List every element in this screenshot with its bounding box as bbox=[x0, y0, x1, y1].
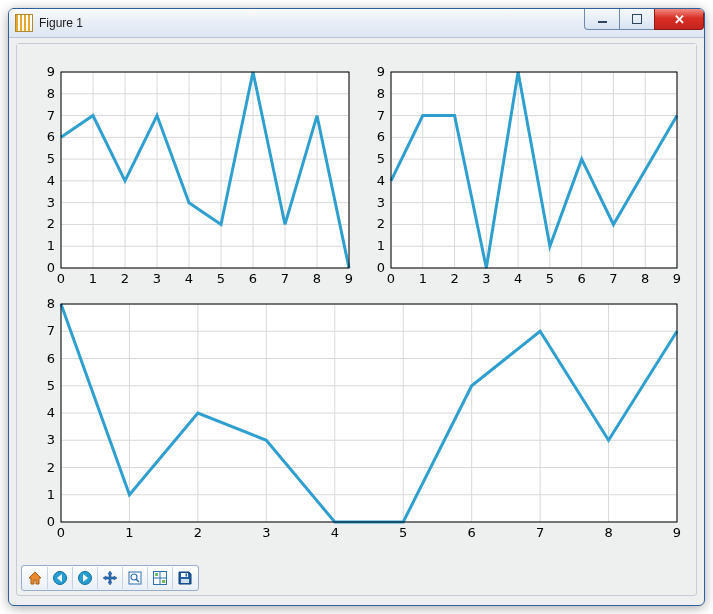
pan-icon bbox=[102, 570, 118, 586]
svg-text:7: 7 bbox=[377, 108, 385, 123]
client-area: 01234567890123456789 0123456789012345678… bbox=[16, 43, 697, 596]
svg-text:8: 8 bbox=[47, 86, 55, 101]
minimize-button[interactable] bbox=[584, 9, 620, 30]
svg-text:2: 2 bbox=[194, 525, 202, 540]
svg-text:2: 2 bbox=[450, 271, 458, 286]
zoom-button[interactable] bbox=[123, 567, 148, 589]
svg-text:6: 6 bbox=[578, 271, 586, 286]
close-button[interactable]: ✕ bbox=[654, 9, 704, 30]
home-icon bbox=[27, 570, 43, 586]
svg-text:5: 5 bbox=[546, 271, 554, 286]
svg-text:1: 1 bbox=[377, 238, 385, 253]
forward-icon bbox=[77, 570, 93, 586]
axes-top-right: 01234567890123456789 bbox=[361, 62, 689, 292]
svg-text:8: 8 bbox=[641, 271, 649, 286]
svg-text:1: 1 bbox=[47, 487, 55, 502]
svg-text:7: 7 bbox=[281, 271, 289, 286]
svg-text:5: 5 bbox=[217, 271, 225, 286]
svg-text:8: 8 bbox=[313, 271, 321, 286]
svg-text:9: 9 bbox=[345, 271, 353, 286]
svg-text:7: 7 bbox=[47, 323, 55, 338]
svg-text:9: 9 bbox=[673, 271, 681, 286]
svg-text:3: 3 bbox=[482, 271, 490, 286]
svg-text:0: 0 bbox=[57, 525, 65, 540]
save-icon bbox=[177, 570, 193, 586]
svg-text:4: 4 bbox=[47, 405, 55, 420]
svg-text:6: 6 bbox=[47, 351, 55, 366]
svg-rect-42 bbox=[391, 72, 677, 268]
svg-text:6: 6 bbox=[47, 129, 55, 144]
svg-text:9: 9 bbox=[673, 525, 681, 540]
axes-bottom: 0123456789012345678 bbox=[31, 296, 689, 548]
axes-top-left: 01234567890123456789 bbox=[31, 62, 359, 292]
subplots-button[interactable] bbox=[148, 567, 173, 589]
pan-button[interactable] bbox=[98, 567, 123, 589]
svg-text:4: 4 bbox=[185, 271, 193, 286]
svg-text:3: 3 bbox=[377, 195, 385, 210]
svg-text:4: 4 bbox=[514, 271, 522, 286]
svg-text:6: 6 bbox=[468, 525, 476, 540]
svg-text:4: 4 bbox=[331, 525, 339, 540]
maximize-button[interactable] bbox=[619, 9, 655, 30]
svg-text:3: 3 bbox=[153, 271, 161, 286]
svg-text:7: 7 bbox=[609, 271, 617, 286]
svg-text:0: 0 bbox=[47, 260, 55, 275]
figure-canvas: 01234567890123456789 0123456789012345678… bbox=[17, 44, 696, 561]
home-button[interactable] bbox=[23, 567, 48, 589]
svg-text:5: 5 bbox=[377, 151, 385, 166]
save-button[interactable] bbox=[173, 567, 197, 589]
svg-rect-136 bbox=[181, 579, 189, 583]
navigation-toolbar bbox=[21, 565, 692, 591]
svg-text:3: 3 bbox=[47, 432, 55, 447]
window-title: Figure 1 bbox=[39, 16, 83, 30]
svg-text:9: 9 bbox=[47, 64, 55, 79]
svg-rect-0 bbox=[61, 72, 349, 268]
svg-text:1: 1 bbox=[419, 271, 427, 286]
svg-text:1: 1 bbox=[125, 525, 133, 540]
svg-text:5: 5 bbox=[47, 378, 55, 393]
svg-text:4: 4 bbox=[377, 173, 385, 188]
svg-text:8: 8 bbox=[47, 296, 55, 311]
svg-text:2: 2 bbox=[47, 216, 55, 231]
back-icon bbox=[52, 570, 68, 586]
svg-text:3: 3 bbox=[262, 525, 270, 540]
svg-rect-133 bbox=[162, 580, 165, 583]
figure-window: Figure 1 ✕ 01234567890123456789 01234567… bbox=[8, 8, 705, 606]
svg-text:4: 4 bbox=[47, 173, 55, 188]
svg-text:7: 7 bbox=[47, 108, 55, 123]
svg-text:2: 2 bbox=[121, 271, 129, 286]
svg-text:7: 7 bbox=[536, 525, 544, 540]
svg-text:8: 8 bbox=[604, 525, 612, 540]
svg-text:6: 6 bbox=[249, 271, 257, 286]
svg-rect-132 bbox=[155, 573, 158, 576]
svg-text:2: 2 bbox=[377, 216, 385, 231]
svg-text:5: 5 bbox=[399, 525, 407, 540]
svg-text:0: 0 bbox=[377, 260, 385, 275]
zoom-icon bbox=[127, 570, 143, 586]
svg-text:1: 1 bbox=[89, 271, 97, 286]
svg-text:1: 1 bbox=[47, 238, 55, 253]
subplots-icon bbox=[152, 570, 168, 586]
back-button[interactable] bbox=[48, 567, 73, 589]
app-icon bbox=[15, 14, 33, 32]
svg-rect-135 bbox=[186, 574, 188, 577]
svg-text:3: 3 bbox=[47, 195, 55, 210]
svg-text:9: 9 bbox=[377, 64, 385, 79]
svg-text:8: 8 bbox=[377, 86, 385, 101]
svg-text:6: 6 bbox=[377, 129, 385, 144]
svg-text:0: 0 bbox=[387, 271, 395, 286]
svg-text:0: 0 bbox=[47, 514, 55, 529]
svg-text:5: 5 bbox=[47, 151, 55, 166]
svg-text:0: 0 bbox=[57, 271, 65, 286]
forward-button[interactable] bbox=[73, 567, 98, 589]
svg-text:2: 2 bbox=[47, 460, 55, 475]
title-bar[interactable]: Figure 1 ✕ bbox=[9, 9, 704, 38]
